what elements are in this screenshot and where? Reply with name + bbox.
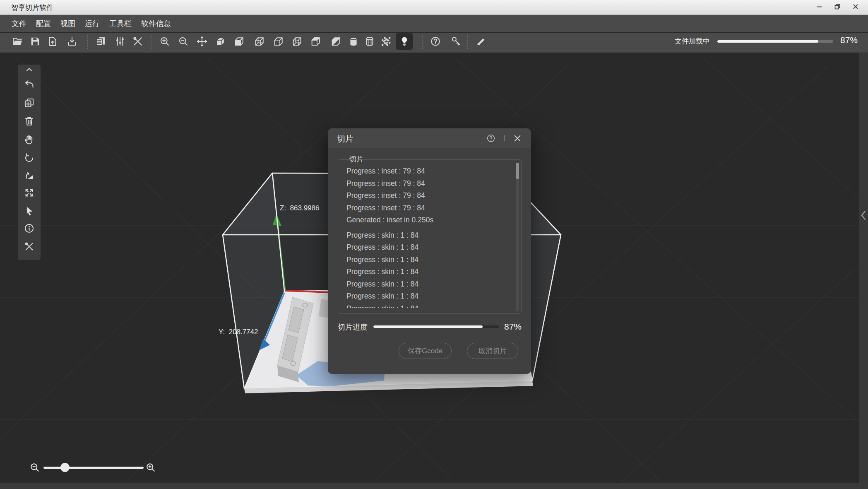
zoom-in-icon[interactable] (158, 34, 172, 48)
import-model-icon[interactable] (46, 34, 60, 48)
undo-icon[interactable] (23, 78, 35, 90)
cube-front-icon[interactable] (232, 34, 246, 48)
slice-dialog-header[interactable]: 切片 | (328, 128, 531, 148)
rotate-icon[interactable] (23, 152, 35, 164)
mirror-icon[interactable] (23, 170, 35, 182)
slice-log-line: Generated : inset in 0.250s (344, 214, 512, 226)
restore-button[interactable] (828, 0, 846, 15)
toolbar-separator (422, 35, 423, 49)
file-loading-percent: 87% (837, 35, 858, 45)
slice-log-line: Progress : skin : 1 : 84 (344, 254, 512, 266)
toolbar-separator (87, 35, 88, 49)
minimize-icon (816, 3, 822, 12)
viewport-zoom-slider-track[interactable] (43, 467, 144, 469)
cube-cut-icon[interactable] (329, 34, 343, 48)
sliders-settings-icon[interactable] (113, 34, 127, 48)
file-loading-progressbar (717, 40, 833, 43)
slice-log-line: Progress : skin : 1 : 84 (344, 229, 512, 242)
cube-solid-icon[interactable] (214, 34, 228, 48)
restore-icon (834, 3, 841, 12)
slice-knife-icon[interactable] (474, 34, 488, 48)
slice-log-line: Progress : inset : 79 : 84 (344, 165, 512, 178)
dialog-help-button[interactable] (486, 134, 495, 143)
slice-dialog: 切片 | 切片 Progress : inset : 79 : 84Progre… (328, 128, 531, 374)
menu-run[interactable]: 运行 (85, 19, 100, 29)
chevron-left-icon (861, 262, 866, 274)
cancel-slice-button[interactable]: 取消切片 (467, 343, 518, 359)
dialog-close-button[interactable] (513, 134, 522, 143)
slice-log-line: Progress : skin : 1 : 84 (344, 278, 512, 291)
collapse-chevron-icon[interactable] (23, 63, 35, 75)
cube-wireframe-icon[interactable] (252, 34, 267, 48)
log-scrollbar-thumb[interactable] (516, 163, 519, 179)
slice-dialog-title: 切片 (337, 133, 353, 145)
info-icon[interactable] (23, 222, 35, 234)
menu-file[interactable]: 文件 (12, 19, 26, 29)
right-panel-toggle[interactable] (859, 53, 868, 483)
help-icon (486, 137, 495, 144)
menu-toolbar[interactable]: 工具栏 (109, 19, 132, 29)
close-icon (513, 137, 522, 144)
menu-view[interactable]: 视图 (60, 19, 75, 29)
file-loading-label: 文件加载中 (675, 36, 710, 46)
open-file-icon[interactable] (10, 34, 24, 48)
slice-log-line: Progress : skin : 1 : 84 (344, 290, 512, 303)
window-titlebar: 智享切片软件 (0, 0, 868, 15)
slice-log-line: Progress : inset : 79 : 84 (344, 190, 512, 202)
slice-progress-label: 切片进度 (338, 322, 368, 332)
cube-dashed-c-icon[interactable] (309, 34, 323, 48)
help-icon[interactable] (428, 34, 442, 48)
repair-model-icon[interactable] (23, 240, 35, 253)
point-cloud-cube-icon[interactable] (379, 34, 393, 48)
duplicate-icon[interactable] (23, 96, 35, 109)
window-title: 智享切片软件 (11, 3, 53, 12)
pan-hand-icon[interactable] (23, 133, 35, 146)
dialog-header-separator: | (504, 134, 505, 142)
slice-log-area[interactable]: Progress : inset : 79 : 84Progress : ins… (344, 165, 512, 308)
license-key-icon[interactable] (449, 34, 463, 48)
viewport-zoom-in-icon[interactable] (145, 462, 156, 473)
print-pages-icon[interactable] (94, 34, 108, 48)
slice-log-line: Progress : skin : 1 : 84 (344, 303, 512, 308)
slice-progressbar (373, 325, 499, 328)
select-pointer-icon[interactable] (23, 205, 35, 217)
slice-log-line: Progress : skin : 1 : 84 (344, 241, 512, 254)
cube-dashed-b-icon[interactable] (290, 34, 304, 48)
menu-config[interactable]: 配置 (36, 19, 51, 29)
cylinder-icon[interactable] (346, 34, 361, 48)
z-axis-label: Z: 863.9986 (280, 204, 319, 212)
minimize-button[interactable] (810, 0, 828, 15)
move-icon[interactable] (195, 34, 209, 48)
delete-icon[interactable] (23, 115, 35, 127)
viewport-zoom-slider-thumb[interactable] (60, 463, 70, 472)
repair-tools-icon[interactable] (131, 34, 145, 48)
menu-about[interactable]: 软件信息 (141, 19, 171, 29)
slice-log-line: Progress : inset : 79 : 84 (344, 178, 512, 190)
save-file-icon[interactable] (28, 34, 42, 48)
close-button[interactable] (846, 0, 865, 15)
export-model-icon[interactable] (65, 34, 79, 48)
fit-view-icon[interactable] (23, 186, 35, 199)
slice-progress-percent: 87% (501, 322, 522, 332)
status-strip (0, 483, 868, 489)
app-window: 智享切片软件 文件 配置 视图 运行 工具栏 软件信息 (0, 0, 868, 489)
menu-bar: 文件 配置 视图 运行 工具栏 软件信息 (0, 15, 868, 32)
close-icon (852, 3, 859, 12)
save-gcode-button[interactable]: 保存Gcode (399, 343, 452, 359)
slice-log-groupbox: Progress : inset : 79 : 84Progress : ins… (338, 159, 522, 314)
y-axis-label: Y: 208.7742 (219, 328, 258, 336)
zoom-out-icon[interactable] (176, 34, 190, 48)
cylinder-wireframe-icon[interactable] (363, 34, 377, 48)
slice-log-line: Progress : inset : 79 : 84 (344, 202, 512, 214)
viewport-zoom-out-icon[interactable] (29, 462, 41, 473)
file-loading-progress-fill (717, 40, 818, 43)
light-toggle-icon[interactable] (397, 34, 411, 48)
slice-progress-fill (373, 325, 483, 328)
cube-dashed-a-icon[interactable] (272, 34, 286, 48)
log-scrollbar-track[interactable] (516, 162, 519, 311)
toolbar-separator (467, 35, 468, 49)
toolbar-separator (151, 35, 152, 49)
slice-log-line: Progress : skin : 1 : 84 (344, 266, 512, 278)
